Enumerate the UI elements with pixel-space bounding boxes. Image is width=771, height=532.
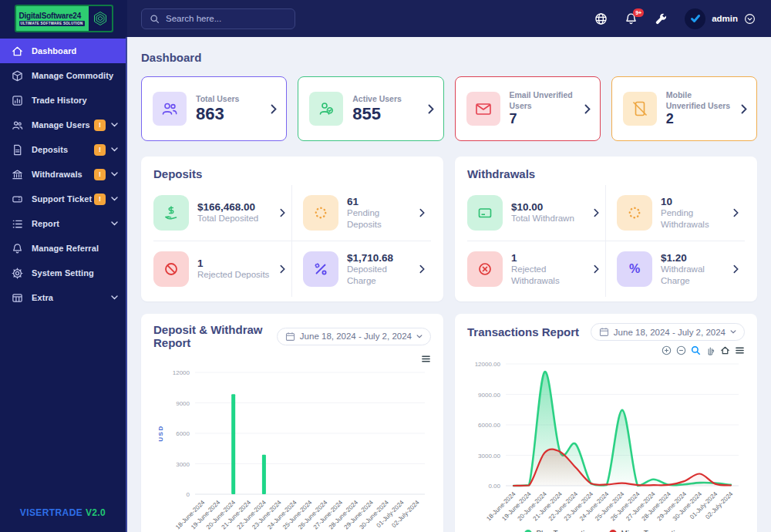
stat-card-active-users[interactable]: Active Users 855: [298, 76, 443, 141]
deposits-tiles: $166,468.00Total Deposited 61Pending Dep…: [153, 185, 431, 297]
chevron-right-icon[interactable]: [733, 264, 739, 274]
chevron-down-icon: [111, 172, 118, 177]
brand-logo[interactable]: DigitalSoftware24 ULTIMATE SOFTWARE SOLU…: [0, 0, 127, 37]
tile-total-deposited[interactable]: $166,468.00Total Deposited: [153, 185, 292, 241]
sidebar-item-dashboard[interactable]: Dashboard: [0, 39, 126, 63]
tile-rejected-deposits[interactable]: 1Rejected Deposits: [153, 241, 292, 297]
admin-menu[interactable]: admin: [685, 8, 756, 29]
stat-card-label: Total Users: [196, 94, 239, 105]
list-icon: [12, 218, 23, 230]
notification-count-badge: 9+: [633, 8, 644, 17]
date-range-select[interactable]: June 18, 2024 - July 2, 2024: [591, 323, 745, 341]
main-column: 9+ admin Dashboard Total Users 863: [127, 0, 771, 532]
deposit-withdraw-report-panel: Deposit & Withdraw Report June 18, 2024 …: [141, 314, 443, 532]
chart-legend: Plus Transactions Minus Transactions: [467, 527, 745, 532]
sidebar-item-manage-referral[interactable]: Manage Referral: [0, 236, 126, 261]
brand-tagline: ULTIMATE SOFTWARE SOLUTION: [19, 21, 85, 26]
tile-pending-deposits[interactable]: 61Pending Deposits: [292, 185, 431, 241]
svg-text:12000.00: 12000.00: [475, 361, 501, 368]
brand-text-wrap: DigitalSoftware24 ULTIMATE SOFTWARE SOLU…: [16, 6, 89, 31]
stat-card-mobile-unverified[interactable]: Mobile Unverified Users 2: [611, 76, 757, 141]
tile-text: $1,710.68Deposited Charge: [347, 252, 411, 286]
transactions-chart[interactable]: 0.003000.006000.009000.0012000.0018-June…: [467, 358, 745, 527]
sidebar-item-report[interactable]: Report: [0, 211, 126, 236]
legend-item-plus-transactions[interactable]: Plus Transactions: [524, 530, 597, 532]
percent-icon: %: [617, 251, 652, 287]
chevron-down-icon: [111, 123, 118, 127]
chevron-down-icon: [416, 335, 423, 338]
footer-product-name: VISERTRADE: [20, 507, 82, 518]
svg-text:USD: USD: [157, 425, 164, 441]
reset-home-icon[interactable]: [720, 345, 730, 355]
ticket-icon: [12, 194, 23, 205]
zoom-out-icon[interactable]: [676, 345, 686, 355]
stat-card-email-unverified[interactable]: Email Unverified Users 7: [455, 76, 601, 141]
chevron-right-icon[interactable]: [280, 208, 285, 217]
topbar: 9+ admin: [127, 0, 771, 37]
sidebar-item-extra[interactable]: Extra: [0, 285, 126, 310]
chevron-right-icon[interactable]: [428, 104, 434, 114]
chevron-right-icon[interactable]: [280, 264, 285, 274]
svg-text:9000.00: 9000.00: [478, 392, 500, 399]
tile-total-withdrawn[interactable]: $10.00Total Withdrawn: [467, 185, 606, 241]
search-box[interactable]: [141, 8, 295, 29]
tile-label: Rejected Withdrawals: [511, 264, 585, 286]
tile-text: $10.00Total Withdrawn: [511, 201, 574, 224]
deposit-withdraw-chart[interactable]: 03000600090001200018-June-202419-June-20…: [153, 366, 431, 532]
sidebar-item-trade-history[interactable]: Trade History: [0, 88, 126, 113]
tile-pending-withdrawals[interactable]: 10Pending Withdrawals: [606, 185, 745, 241]
language-globe-icon[interactable]: [594, 12, 608, 25]
sidebar-item-support-ticket[interactable]: Support Ticket !: [0, 187, 126, 211]
panning-hand-icon[interactable]: [705, 345, 715, 355]
sidebar-footer: VISERTRADE V2.0: [0, 497, 127, 532]
brand-title: DigitalSoftware24: [19, 12, 89, 20]
chevron-right-icon[interactable]: [733, 208, 739, 217]
svg-text:6000: 6000: [176, 430, 190, 437]
legend-item-minus-transactions[interactable]: Minus Transactions: [609, 530, 687, 532]
chart-menu-icon[interactable]: [735, 345, 745, 355]
sidebar-item-system-setting[interactable]: System Setting: [0, 261, 126, 285]
date-range-select[interactable]: June 18, 2024 - July 2, 2024: [277, 328, 431, 345]
dashboard-content: Dashboard Total Users 863 Active Users 8…: [127, 37, 771, 532]
cube-icon: [12, 70, 23, 82]
tile-deposited-charge[interactable]: $1,710.68Deposited Charge: [292, 241, 431, 297]
chevron-down-circle-icon: [744, 13, 756, 25]
sidebar-item-manage-commodity[interactable]: Manage Commodity: [0, 63, 126, 88]
chevron-right-icon[interactable]: [594, 208, 599, 217]
tile-withdrawal-charge[interactable]: % $1.20Withdrawal Charge: [606, 241, 745, 297]
transactions-report-panel: Transactions Report June 18, 2024 - July…: [455, 314, 757, 532]
tile-value: 61: [347, 196, 411, 207]
sidebar-item-label: System Setting: [32, 268, 94, 278]
chevron-down-icon: [111, 221, 118, 226]
chevron-right-icon[interactable]: [419, 208, 425, 217]
brand-logo-box: DigitalSoftware24 ULTIMATE SOFTWARE SOLU…: [15, 5, 113, 32]
chevron-right-icon[interactable]: [271, 104, 277, 114]
chart-title: Transactions Report: [467, 325, 579, 338]
legend-label: Minus Transactions: [621, 530, 687, 532]
withdrawals-panel-title: Withdrawals: [467, 167, 745, 180]
chart-menu-icon[interactable]: [421, 354, 431, 364]
chevron-right-icon[interactable]: [419, 264, 425, 274]
chart-header: Transactions Report June 18, 2024 - July…: [467, 323, 745, 341]
chevron-right-icon[interactable]: [594, 264, 599, 274]
selection-zoom-icon[interactable]: [691, 345, 701, 355]
zoom-in-icon[interactable]: [662, 345, 672, 355]
spinner-icon: [303, 195, 338, 231]
sidebar-item-label: Support Ticket: [32, 194, 92, 204]
tile-rejected-withdrawals[interactable]: 1Rejected Withdrawals: [467, 241, 606, 297]
stat-card-total-users[interactable]: Total Users 863: [141, 76, 287, 141]
chevron-down-icon: [111, 295, 118, 300]
date-range-text: June 18, 2024 - July 2, 2024: [614, 328, 726, 337]
notifications-bell-icon[interactable]: 9+: [625, 12, 638, 25]
chevron-right-icon[interactable]: [741, 104, 747, 114]
sidebar-item-label: Manage Users: [32, 120, 90, 130]
tile-label: Total Deposited: [197, 213, 258, 224]
sidebar-item-manage-users[interactable]: Manage Users !: [0, 113, 126, 137]
sidebar-item-label: Manage Referral: [32, 244, 99, 253]
admin-username: admin: [712, 14, 738, 23]
search-input[interactable]: [166, 14, 287, 23]
chevron-right-icon[interactable]: [584, 104, 591, 114]
settings-wrench-icon[interactable]: [655, 12, 668, 25]
sidebar-item-deposits[interactable]: Deposits !: [0, 137, 126, 162]
sidebar-item-withdrawals[interactable]: Withdrawals !: [0, 162, 126, 187]
